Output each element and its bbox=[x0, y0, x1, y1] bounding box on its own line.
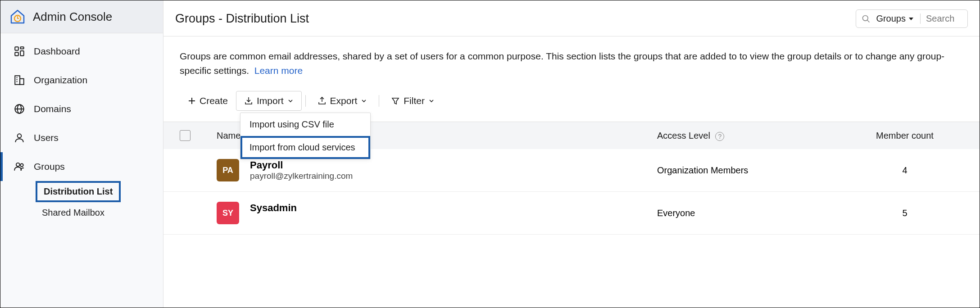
divider bbox=[305, 95, 306, 107]
column-access[interactable]: Access Level ? bbox=[657, 131, 846, 141]
chevron-down-icon bbox=[908, 16, 914, 22]
sidebar-item-label: Organization bbox=[34, 75, 87, 86]
building-icon bbox=[13, 74, 26, 86]
import-cloud-option[interactable]: Import from cloud services bbox=[240, 136, 370, 159]
main-content: Groups - Distribution List Groups Groups… bbox=[163, 0, 980, 308]
search-box[interactable]: Groups bbox=[856, 9, 968, 28]
divider bbox=[379, 95, 379, 107]
import-button[interactable]: Import bbox=[236, 91, 302, 111]
sidebar-item-dashboard[interactable]: Dashboard bbox=[0, 37, 163, 66]
filter-button[interactable]: Filter bbox=[383, 91, 443, 111]
sidebar-item-domains[interactable]: Domains bbox=[0, 95, 163, 123]
svg-rect-6 bbox=[20, 79, 24, 85]
svg-point-15 bbox=[20, 164, 23, 167]
svg-line-17 bbox=[867, 20, 870, 22]
svg-point-16 bbox=[863, 15, 868, 21]
sidebar-sub-shared-mailbox[interactable]: Shared Mailbox bbox=[36, 202, 111, 223]
search-icon bbox=[862, 14, 871, 23]
group-name: Payroll bbox=[250, 159, 353, 171]
chevron-down-icon bbox=[287, 98, 294, 104]
export-button[interactable]: Export bbox=[309, 91, 376, 111]
page-description: Groups are common email addresses, share… bbox=[163, 36, 980, 77]
toolbar: Create Import Expo bbox=[163, 77, 980, 122]
page-title: Groups - Distribution List bbox=[175, 12, 309, 26]
learn-more-link[interactable]: Learn more bbox=[254, 65, 303, 76]
export-icon bbox=[318, 96, 327, 105]
svg-rect-4 bbox=[15, 52, 18, 56]
table-row[interactable]: SY Sysadmin sysadmin@zylkertraining.com … bbox=[163, 192, 980, 235]
svg-rect-2 bbox=[20, 47, 24, 49]
search-scope[interactable]: Groups bbox=[876, 14, 921, 24]
filter-icon bbox=[391, 96, 400, 105]
create-button[interactable]: Create bbox=[180, 91, 236, 111]
help-icon[interactable]: ? bbox=[715, 132, 724, 141]
avatar: PA bbox=[217, 159, 239, 181]
sidebar-submenu: Distribution List Shared Mailbox bbox=[0, 181, 163, 223]
select-all-checkbox[interactable] bbox=[180, 130, 191, 141]
sidebar-item-label: Dashboard bbox=[34, 46, 80, 57]
sidebar-item-users[interactable]: Users bbox=[0, 123, 163, 152]
import-dropdown: Import using CSV file Import from cloud … bbox=[240, 113, 371, 159]
sidebar-sub-distribution-list[interactable]: Distribution List bbox=[36, 181, 121, 202]
group-access: Organization Members bbox=[657, 165, 846, 176]
sidebar: Admin Console Dashboard bbox=[0, 0, 163, 308]
globe-icon bbox=[13, 103, 26, 115]
logo-icon bbox=[9, 9, 26, 25]
dashboard-icon bbox=[13, 45, 26, 58]
svg-point-14 bbox=[16, 163, 20, 167]
sidebar-item-organization[interactable]: Organization bbox=[0, 66, 163, 95]
svg-rect-5 bbox=[15, 76, 20, 85]
group-name: Sysadmin bbox=[250, 202, 364, 214]
import-icon bbox=[244, 96, 253, 105]
group-count: 4 bbox=[846, 165, 963, 176]
svg-rect-1 bbox=[15, 47, 18, 50]
sidebar-item-label: Groups bbox=[34, 161, 65, 172]
plus-icon bbox=[188, 97, 196, 105]
user-icon bbox=[13, 131, 26, 144]
search-input[interactable] bbox=[926, 14, 962, 24]
avatar: SY bbox=[217, 202, 239, 224]
sidebar-item-groups[interactable]: Groups bbox=[0, 152, 163, 181]
sidebar-nav: Dashboard Organization bbox=[0, 33, 163, 223]
import-csv-option[interactable]: Import using CSV file bbox=[240, 113, 370, 136]
group-access: Everyone bbox=[657, 208, 846, 218]
group-email: payroll@zylkertraining.com bbox=[250, 171, 353, 181]
sidebar-item-label: Domains bbox=[34, 104, 71, 114]
svg-point-13 bbox=[18, 134, 22, 138]
chevron-down-icon bbox=[428, 98, 435, 104]
group-count: 5 bbox=[846, 208, 963, 218]
sidebar-item-label: Users bbox=[34, 132, 59, 143]
svg-rect-3 bbox=[20, 51, 24, 56]
sidebar-title: Admin Console bbox=[33, 10, 112, 24]
sidebar-header: Admin Console bbox=[0, 0, 163, 33]
chevron-down-icon bbox=[361, 98, 367, 104]
groups-icon bbox=[13, 160, 26, 173]
column-count[interactable]: Member count bbox=[846, 131, 963, 141]
main-header: Groups - Distribution List Groups bbox=[163, 0, 980, 36]
